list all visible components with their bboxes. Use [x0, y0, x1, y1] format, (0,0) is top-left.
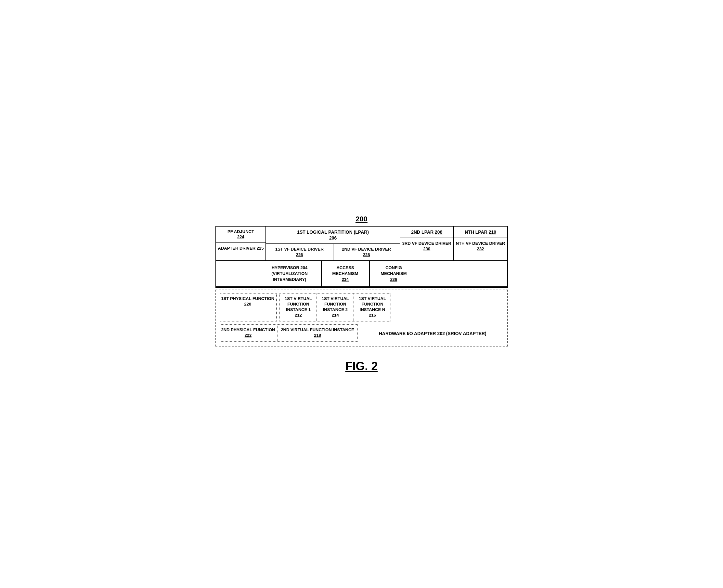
diagram-title: 200	[215, 215, 508, 223]
vf2-instance-number: 218	[314, 333, 321, 338]
lpar2-number: 208	[435, 230, 442, 235]
vf-instance2-number: 214	[332, 313, 339, 318]
adapter-driver-box: ADAPTER DRIVER 225	[216, 243, 266, 260]
lpar1-col: 1ST LOGICAL PARTITION (LPAR) 206 1ST VF …	[266, 227, 400, 260]
vf-instanceN-number: 216	[369, 313, 376, 318]
vf1-number: 226	[296, 252, 303, 257]
adapter-driver-number: 225	[257, 246, 264, 251]
lpar2-header: 2ND LPAR 208	[400, 227, 453, 238]
top-boxes-row: PF ADJUNCT 224 ADAPTER DRIVER 225 1ST LO…	[216, 227, 507, 261]
pf-adjunct-number: 224	[237, 234, 244, 239]
pf-adjunct-col: PF ADJUNCT 224 ADAPTER DRIVER 225	[216, 227, 267, 260]
config-mechanism-number: 236	[390, 277, 398, 282]
software-layer: PF ADJUNCT 224 ADAPTER DRIVER 225 1ST LO…	[215, 226, 508, 288]
nth-lpar-vf-box: NTH VF DEVICE DRIVER 232	[454, 238, 507, 260]
hypervisor-spacer	[216, 261, 258, 287]
pf2-box: 2ND PHYSICAL FUNCTION 222	[219, 325, 277, 341]
pf1-number: 220	[244, 302, 252, 307]
lpar2-vf-number: 230	[423, 246, 430, 251]
vf2-box: 2ND VF DEVICE DRIVER 228	[333, 244, 400, 260]
vf-instance2-box: 1ST VIRTUAL FUNCTION INSTANCE 2 214	[317, 294, 354, 321]
nth-lpar-number: 210	[489, 230, 496, 235]
lpar2-col: 2ND LPAR 208 3RD VF DEVICE DRIVER 230	[400, 227, 454, 260]
pf2-number: 222	[245, 333, 252, 338]
diagram: PF ADJUNCT 224 ADAPTER DRIVER 225 1ST LO…	[215, 226, 508, 347]
lpar2-vf-box: 3RD VF DEVICE DRIVER 230	[400, 238, 453, 260]
lpar1-vf-row: 1ST VF DEVICE DRIVER 226 2ND VF DEVICE D…	[266, 244, 399, 260]
pf2-group: 2ND PHYSICAL FUNCTION 222 2ND VIRTUAL FU…	[219, 324, 358, 342]
vf2-instance-box: 2ND VIRTUAL FUNCTION INSTANCE 218	[277, 325, 358, 341]
hypervisor-box: HYPERVISOR 204 (VIRTUALIZATION INTERMEDI…	[258, 261, 322, 287]
hw-inner-row2: 2ND PHYSICAL FUNCTION 222 2ND VIRTUAL FU…	[216, 324, 507, 346]
fig-label: FIG. 2	[215, 359, 508, 373]
vf-instanceN-box: 1ST VIRTUAL FUNCTION INSTANCE N 216	[354, 294, 391, 321]
hw-io-adapter-label: HARDWARE I/O ADAPTER 202 (SRIOV ADAPTER)	[361, 324, 505, 343]
lpar1-header: 1ST LOGICAL PARTITION (LPAR) 206	[266, 227, 399, 244]
hardware-layer: 1ST PHYSICAL FUNCTION 220 1ST VIRTUAL FU…	[215, 290, 508, 346]
vf1-box: 1ST VF DEVICE DRIVER 226	[266, 244, 333, 260]
hypervisor-right-spacer	[418, 261, 507, 287]
nth-lpar-col: NTH LPAR 210 NTH VF DEVICE DRIVER 232	[454, 227, 507, 260]
nth-lpar-vf-number: 232	[477, 246, 484, 251]
vf-instance1-number: 212	[295, 313, 302, 318]
hw-inner-row1: 1ST PHYSICAL FUNCTION 220 1ST VIRTUAL FU…	[216, 290, 507, 324]
config-mechanism-box: CONFIG MECHANISM 236	[370, 261, 418, 287]
vf-instance-spacer	[394, 293, 504, 321]
vf-instance1-box: 1ST VIRTUAL FUNCTION INSTANCE 1 212	[280, 294, 317, 321]
pf-adjunct-box: PF ADJUNCT 224	[216, 227, 266, 244]
vf-instances-group: 1ST VIRTUAL FUNCTION INSTANCE 1 212 1ST …	[279, 293, 391, 321]
vf2-number: 228	[363, 252, 370, 257]
nth-lpar-header: NTH LPAR 210	[454, 227, 507, 238]
lpar1-number: 206	[329, 235, 337, 240]
access-mechanism-number: 234	[342, 277, 349, 282]
diagram-container: 200 PF ADJUNCT 224 ADAPTER DRIVER 225	[215, 215, 508, 374]
access-mechanism-box: ACCESS MECHANISM 234	[322, 261, 370, 287]
hypervisor-row: HYPERVISOR 204 (VIRTUALIZATION INTERMEDI…	[216, 261, 507, 287]
pf1-box: 1ST PHYSICAL FUNCTION 220	[219, 293, 277, 321]
